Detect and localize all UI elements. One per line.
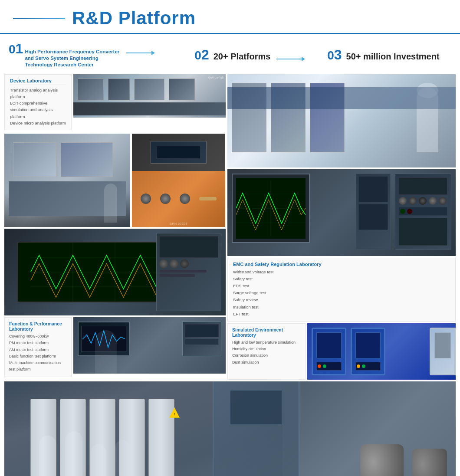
function-lab-photo <box>73 317 226 374</box>
func-lab-equipment <box>182 322 221 356</box>
oscilloscope-controls <box>156 233 221 311</box>
motor-cylinder-2 <box>360 444 404 476</box>
chamber-2 <box>351 328 385 375</box>
device-lab-section: Device Laboratory Transistor analog anal… <box>4 74 226 132</box>
sim-env-item-4: Dust simulation <box>232 359 301 366</box>
page-title: R&D Platform <box>72 8 196 29</box>
emc-item-7: EFT test <box>233 311 450 318</box>
func-lab-title: Function & Performance Laboratory <box>9 321 67 332</box>
right-oscilloscope-screen <box>232 174 310 243</box>
orange-machine-screen <box>151 141 207 164</box>
sim-env-title: Simulated Environment Laboratory <box>232 327 301 338</box>
section-03-label: 50+ million Investment <box>346 52 440 62</box>
emc-item-3: EDS test <box>233 282 450 289</box>
func-lab-item-3: AM motor test platform <box>9 347 67 353</box>
section-02-number: 02 <box>194 48 209 62</box>
func-lab-item-5: Multi-machine communication test platfor… <box>9 360 67 373</box>
section-02-label: 20+ Platforms <box>214 52 271 62</box>
func-lab-info: Function & Performance Laboratory Coveri… <box>4 317 72 377</box>
emc-item-2: Safety test <box>233 276 450 282</box>
person-4 <box>115 440 130 476</box>
device-lab-photo: device lab <box>73 74 226 132</box>
section-02-arrow <box>276 59 302 59</box>
orange-machine-panel <box>132 134 225 227</box>
main-content-grid: Device Laboratory Transistor analog anal… <box>0 74 460 380</box>
emc-item-4: Surge voltage test <box>233 289 450 296</box>
person-2 <box>65 431 82 476</box>
device-lab-photo-label: device lab <box>208 76 224 79</box>
emc-item-6: Insulation test <box>233 304 450 311</box>
emc-lab-title: EMC and Safety Regulation Laboratory <box>233 262 450 267</box>
factory-floor-photo: ! <box>4 381 456 476</box>
orange-machine-photo: SPN 3032T <box>132 134 225 227</box>
device-lab-item-1: Transistor analog analysis platform <box>10 87 66 100</box>
emc-item-1: Withstand voltage test <box>233 269 450 276</box>
orange-knob-3 <box>180 194 190 204</box>
header-line-decoration <box>13 18 65 19</box>
device-lab-item-2: LCR comprehensive simulation and analysi… <box>10 100 66 120</box>
device-lab-info-panel: Device Laboratory Transistor analog anal… <box>4 74 72 132</box>
section-03-number: 03 <box>327 48 342 62</box>
device-lab-item-3: Device micro analysis platform <box>10 120 66 126</box>
sim-env-info: Simulated Environment Laboratory High an… <box>227 323 306 380</box>
device-lab-panel: Device Laboratory Transistor analog anal… <box>4 74 72 130</box>
bottom-photo-section: ! <box>0 381 460 476</box>
section-01-number: 01 <box>9 42 23 56</box>
person-3 <box>91 444 106 476</box>
orange-knob-2 <box>160 194 171 204</box>
sim-env-item-3: Corrosion simulation <box>232 352 301 359</box>
server-room-photo <box>227 74 456 167</box>
lab-photo-row: SPN 3032T <box>4 134 226 227</box>
section-03-block: 03 50+ million Investment <box>319 48 451 62</box>
sim-env-item-2: Humidity simulation <box>232 346 301 352</box>
right-test-equipment-photo <box>227 169 456 256</box>
section-01-block: 01 High Performance Frequency Converter … <box>9 42 186 68</box>
orange-led-strip <box>199 197 217 200</box>
sim-env-section: Simulated Environment Laboratory High an… <box>227 323 456 380</box>
center-machine <box>213 381 299 476</box>
motor-cylinder-1 <box>412 449 447 476</box>
orange-machine-label: SPN 3032T <box>170 222 187 226</box>
right-aux-equipment <box>356 174 391 249</box>
emc-panel: EMC and Safety Regulation Laboratory Wit… <box>227 258 456 322</box>
sim-env-item-1: High and low temperature simulation <box>232 339 301 346</box>
cabinet-5 <box>148 399 174 476</box>
assembly-line-photo <box>4 134 130 227</box>
emc-item-5: Safety review <box>233 296 450 303</box>
left-column: Device Laboratory Transistor analog anal… <box>4 74 226 380</box>
env-lab-photo <box>307 323 456 380</box>
section-01-label: High Performance Frequency Converter and… <box>25 49 120 68</box>
chamber-3 <box>430 328 456 375</box>
orange-machine-top <box>132 134 225 171</box>
device-lab-title: Device Laboratory <box>10 78 66 85</box>
right-test-controls <box>395 174 451 249</box>
chamber-1 <box>312 328 346 375</box>
section-01-arrow <box>126 53 152 53</box>
func-lab-item-4: Basic function test platform <box>9 353 67 360</box>
oscilloscope-photo <box>4 229 226 315</box>
page-header: R&D Platform <box>0 0 460 34</box>
right-column: EMC and Safety Regulation Laboratory Wit… <box>227 74 456 380</box>
section-02-block: 02 20+ Platforms <box>186 48 319 62</box>
orange-machine-bottom <box>132 171 225 227</box>
orange-knob-1 <box>141 194 151 204</box>
person-1 <box>39 436 56 476</box>
func-lab-item-2: PM motor test platform <box>9 340 67 346</box>
section-labels-row: 01 High Performance Frequency Converter … <box>0 38 460 72</box>
people-group <box>39 431 130 476</box>
person-silhouette <box>95 330 117 374</box>
func-lab-item-1: Covering 400w~630kw <box>9 333 67 340</box>
function-lab-section: Function & Performance Laboratory Coveri… <box>4 317 226 377</box>
